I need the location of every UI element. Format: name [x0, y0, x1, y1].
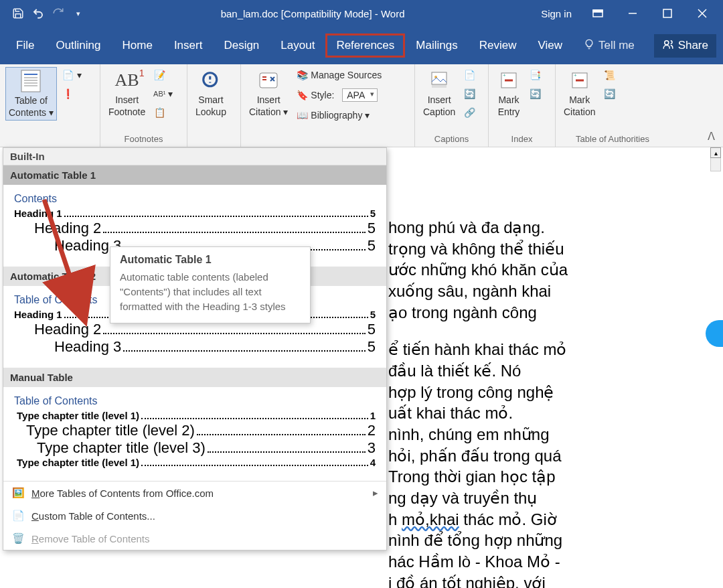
citation-icon [256, 68, 280, 92]
svg-text:+: + [503, 72, 506, 78]
lookup-icon [199, 68, 223, 92]
tab-insert[interactable]: Insert [165, 35, 212, 56]
custom-toc[interactable]: 📄 Custom Table of Contents... [3, 504, 386, 527]
tellme-label: Tell me [598, 39, 635, 52]
toc-preview-manual[interactable]: Table of Contents Type chapter title (le… [9, 391, 381, 474]
minimize-icon[interactable] [617, 0, 648, 27]
update-tof[interactable]: 🔄 [463, 86, 475, 102]
next-footnote-button[interactable]: AB¹▾ [153, 86, 173, 102]
more-toc-office[interactable]: 🖼️ More Tables of Contents from Office.c… [3, 482, 386, 504]
toc-option-manual[interactable]: Manual Table [3, 368, 386, 387]
insert-caption-button[interactable]: Insert Caption [420, 67, 458, 119]
style-selector[interactable]: 🔖Style: APA [296, 87, 382, 103]
endnote-icon: 📝 [153, 69, 165, 81]
add-text-button[interactable]: 📄▾ [62, 67, 82, 83]
qat-customize-icon[interactable]: ▾ [72, 7, 84, 19]
toc-tooltip: Automatic Table 1 Automatic table conten… [110, 246, 311, 323]
scroll-up-icon[interactable]: ▴ [710, 147, 721, 158]
toc-gallery-footer: 🖼️ More Tables of Contents from Office.c… [3, 481, 386, 550]
ribbon: Table of Contents ▾ 📄▾ ❗ AB1 Insert Foot… [0, 64, 723, 147]
caption-icon [427, 68, 451, 92]
manage-sources-button[interactable]: 📚Manage Sources [296, 67, 382, 83]
insert-endnote-button[interactable]: 📝 [153, 67, 173, 83]
custom-toc-icon: 📄 [11, 509, 25, 522]
tab-review[interactable]: Review [470, 35, 526, 56]
close-icon[interactable] [687, 0, 718, 27]
tab-view[interactable]: View [528, 35, 572, 56]
toc-option-auto1[interactable]: Automatic Table 1 [3, 165, 386, 185]
update-icon: ❗ [62, 88, 74, 100]
insert-toa[interactable]: 📜 [603, 67, 615, 83]
undo-icon[interactable] [32, 7, 44, 19]
tab-design[interactable]: Design [214, 35, 268, 56]
share-button[interactable]: Share [654, 34, 716, 58]
redo-icon[interactable] [52, 7, 64, 19]
cross-ref[interactable]: 🔗 [463, 104, 475, 121]
chevron-right-icon: ▸ [373, 487, 378, 499]
add-text-icon: 📄 [62, 69, 74, 81]
mark-entry-button[interactable]: + Mark Entry [494, 67, 524, 119]
svg-rect-7 [21, 70, 40, 92]
office-icon: 🖼️ [11, 486, 25, 500]
tab-home[interactable]: Home [113, 35, 162, 56]
style-value[interactable]: APA [342, 88, 378, 102]
bibliography-button[interactable]: 📖Bibliography ▾ [296, 107, 382, 123]
lightbulb-icon [584, 39, 594, 53]
signin-link[interactable]: Sign in [541, 8, 572, 19]
collapse-ribbon-icon[interactable]: ᐱ [708, 130, 715, 143]
svg-text:+: + [574, 72, 577, 78]
smart-lookup-button[interactable]: Smart Lookup [193, 67, 229, 119]
maximize-icon[interactable] [652, 0, 683, 27]
quick-access-toolbar: ▾ [5, 7, 84, 19]
vertical-scrollbar[interactable]: ▴ [710, 147, 722, 171]
insert-citation-button[interactable]: Insert Citation ▾ [246, 67, 291, 119]
svg-point-6 [664, 40, 668, 44]
show-notes-button[interactable]: 📋 [153, 104, 173, 121]
toc-icon [19, 69, 43, 93]
title-bar: ▾ ban_lam.doc [Compatibility Mode] - Wor… [0, 0, 723, 27]
tab-references[interactable]: References [327, 35, 404, 56]
tab-file[interactable]: File [7, 35, 44, 56]
insert-index[interactable]: 📑 [529, 67, 541, 83]
insert-footnote-button[interactable]: AB1 Insert Footnote [106, 67, 148, 119]
update-toa[interactable]: 🔄 [603, 86, 615, 102]
update-index[interactable]: 🔄 [529, 86, 541, 102]
insert-tof[interactable]: 📄 [463, 67, 475, 83]
group-toc-label [5, 134, 94, 145]
toc-gallery-dropdown: Built-In Automatic Table 1 Contents Head… [3, 147, 387, 550]
mark-citation-icon: + [568, 68, 592, 92]
remove-toc: 🗑️ Remove Table of Contents [3, 527, 386, 550]
svg-rect-17 [432, 72, 447, 84]
biblio-icon: 📖 [296, 109, 308, 121]
ribbon-tabs: File Outlining Home Insert Design Layout… [0, 27, 723, 64]
update-table-button[interactable]: ❗ [62, 86, 82, 102]
tab-mailings[interactable]: Mailings [406, 35, 467, 56]
svg-rect-3 [663, 9, 671, 17]
notes-icon: 📋 [153, 106, 165, 119]
toc-gallery-header: Built-In [3, 148, 386, 165]
tab-tellme[interactable]: Tell me [574, 35, 644, 57]
document-body[interactable]: hong phú và đa dạng. trọng và không thể … [388, 217, 568, 588]
tab-layout[interactable]: Layout [271, 35, 324, 56]
window-title: ban_lam.doc [Compatibility Mode] - Word [84, 8, 541, 19]
share-label: Share [678, 39, 708, 52]
table-of-contents-button[interactable]: Table of Contents ▾ [5, 67, 57, 121]
toc-button-label: Table of Contents ▾ [9, 94, 54, 119]
remove-toc-icon: 🗑️ [11, 532, 25, 545]
mark-entry-icon: + [497, 68, 521, 92]
group-footnotes-label: Footnotes [106, 134, 181, 145]
style-icon: 🔖 [296, 89, 308, 101]
ribbon-options-icon[interactable] [582, 0, 613, 27]
tab-outlining[interactable]: Outlining [46, 35, 110, 56]
tooltip-title: Automatic Table 1 [120, 254, 301, 266]
mark-citation-button[interactable]: + Mark Citation [561, 67, 598, 119]
footnote-icon: AB1 [115, 68, 139, 92]
tooltip-body: Automatic table contents (labeled "Conte… [120, 270, 301, 313]
save-icon[interactable] [12, 7, 24, 19]
share-icon [662, 38, 674, 54]
manage-sources-icon: 📚 [296, 69, 308, 81]
svg-rect-1 [593, 10, 602, 12]
svg-rect-19 [432, 85, 447, 88]
